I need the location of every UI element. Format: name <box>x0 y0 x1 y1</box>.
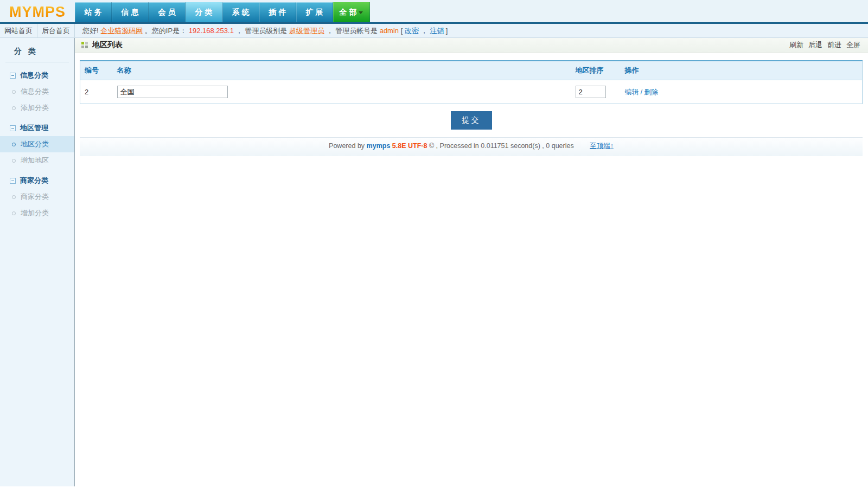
forward-button[interactable]: 前进 <box>827 40 841 50</box>
table-row: 2 编辑/删除 <box>80 80 863 104</box>
product-name-link[interactable]: mymps <box>367 142 391 150</box>
sidebar-group-label: 商家分类 <box>20 176 48 185</box>
comma-separator: ， <box>421 27 430 35</box>
nav-tab-info[interactable]: 信 息 <box>112 2 149 22</box>
main-content: 地区列表 刷新 后退 前进 全屏 编号 名称 地区排序 操作 <box>75 38 868 486</box>
sidebar-item-add-category[interactable]: 添加分类 <box>0 100 74 116</box>
nav-tab-all[interactable]: 全 部 <box>333 2 370 22</box>
sidebar-group-region-manage[interactable]: 地区管理 <box>0 116 74 136</box>
refresh-button[interactable]: 刷新 <box>789 40 803 50</box>
col-header-sort: 地区排序 <box>571 61 621 80</box>
submit-button[interactable]: 提交 <box>451 111 492 130</box>
info-bar: 网站首页 后台首页 您好! 企业猫源码网 。您的IP是： 192.168.253… <box>0 24 868 38</box>
col-header-name: 名称 <box>113 61 571 80</box>
sidebar-item-label: 商家分类 <box>21 192 49 202</box>
col-header-id: 编号 <box>80 61 113 80</box>
collapse-minus-icon <box>10 125 16 131</box>
bullet-circle-icon <box>12 143 16 146</box>
mymps-logo: MYMPS <box>0 0 75 24</box>
chevron-down-icon <box>359 11 363 14</box>
top-bar: MYMPS 站 务 信 息 会 员 分 类 系 统 插 件 扩 展 全 部 <box>0 0 868 24</box>
bracket-open: [ <box>401 27 403 35</box>
col-header-actions: 操作 <box>621 61 863 80</box>
sidebar-group-label: 信息分类 <box>20 70 48 80</box>
content-body: 编号 名称 地区排序 操作 2 <box>75 53 868 156</box>
change-password-link[interactable]: 改密 <box>405 27 419 35</box>
sidebar-item-label: 增加分类 <box>21 208 49 218</box>
logout-link[interactable]: 注销 <box>430 27 444 35</box>
greeting-prefix: 您好! <box>82 27 100 35</box>
sidebar-group-label: 地区管理 <box>20 123 48 133</box>
sidebar-item-label: 信息分类 <box>21 87 49 97</box>
nav-tab-category[interactable]: 分 类 <box>186 2 222 22</box>
role-value: 超级管理员 <box>289 27 324 35</box>
sidebar-divider <box>5 62 69 62</box>
bullet-circle-icon <box>12 195 16 199</box>
grid-squares-icon <box>81 42 88 48</box>
sidebar-item-region-category[interactable]: 地区分类 <box>0 136 74 152</box>
page-layout: 分 类 信息分类 信息分类 添加分类 地区管理 地区分类 增加地区 商家 <box>0 38 868 486</box>
collapse-minus-icon <box>10 178 16 184</box>
action-separator: / <box>641 88 643 96</box>
admin-home-link[interactable]: 后台首页 <box>37 24 75 37</box>
nav-tab-site[interactable]: 站 务 <box>75 2 112 22</box>
sidebar-item-label: 地区分类 <box>21 139 49 149</box>
account-label: ， 管理员帐号是 <box>326 27 378 35</box>
nav-tab-system[interactable]: 系 统 <box>222 2 259 22</box>
sidebar-title: 分 类 <box>0 38 74 62</box>
cell-actions: 编辑/删除 <box>621 80 863 104</box>
region-name-input[interactable] <box>117 86 228 98</box>
content-header: 地区列表 刷新 后退 前进 全屏 <box>75 38 868 53</box>
ip-label: 。您的IP是： <box>145 27 189 35</box>
sidebar-group-merchant-category[interactable]: 商家分类 <box>0 169 74 189</box>
sidebar-item-add-region[interactable]: 增加地区 <box>0 152 74 169</box>
bullet-circle-icon <box>12 211 16 215</box>
nav-tab-member[interactable]: 会 员 <box>149 2 186 22</box>
bullet-circle-icon <box>12 106 16 110</box>
submit-row: 提交 <box>80 111 863 130</box>
collapse-minus-icon <box>10 73 16 79</box>
region-table: 编号 名称 地区排序 操作 2 <box>80 60 863 104</box>
sidebar-group-info-category[interactable]: 信息分类 <box>0 63 74 84</box>
nav-tab-all-label: 全 部 <box>340 8 357 16</box>
site-name-link[interactable]: 企业猫源码网 <box>100 27 143 35</box>
account-value: admin <box>380 27 399 35</box>
edit-link[interactable]: 编辑 <box>625 88 639 96</box>
site-home-link[interactable]: 网站首页 <box>0 24 37 37</box>
nav-tab-plugin[interactable]: 插 件 <box>259 2 296 22</box>
sidebar-item-merchant-category[interactable]: 商家分类 <box>0 189 74 205</box>
bracket-close: ] <box>446 27 448 35</box>
nav-tab-extend[interactable]: 扩 展 <box>296 2 333 22</box>
sidebar-item-label: 增加地区 <box>21 156 49 165</box>
sidebar-item-add-merchant-category[interactable]: 增加分类 <box>0 205 74 221</box>
footer-meta-text: © , Processed in 0.011751 second(s) , 0 … <box>427 142 573 150</box>
table-header-row: 编号 名称 地区排序 操作 <box>80 61 863 80</box>
sidebar: 分 类 信息分类 信息分类 添加分类 地区管理 地区分类 增加地区 商家 <box>0 38 75 486</box>
main-nav: 站 务 信 息 会 员 分 类 系 统 插 件 扩 展 全 部 <box>75 2 370 22</box>
region-sort-input[interactable] <box>576 86 606 98</box>
page-footer: Powered by mymps 5.8E UTF-8 © , Processe… <box>80 137 863 156</box>
cell-name <box>113 80 571 104</box>
cell-id: 2 <box>80 80 113 104</box>
ip-address: 192.168.253.1 <box>189 27 234 35</box>
browser-toolbar: 刷新 后退 前进 全屏 <box>789 40 860 50</box>
powered-by-text: Powered by <box>329 142 366 150</box>
delete-link[interactable]: 删除 <box>644 88 658 96</box>
back-button[interactable]: 后退 <box>808 40 822 50</box>
page-title: 地区列表 <box>92 40 123 50</box>
cell-sort <box>571 80 621 104</box>
version-text: 5.8E UTF-8 <box>392 142 427 150</box>
sidebar-item-label: 添加分类 <box>21 103 49 113</box>
fullscreen-button[interactable]: 全屏 <box>846 40 860 50</box>
bullet-circle-icon <box>12 90 16 94</box>
welcome-message: 您好! 企业猫源码网 。您的IP是： 192.168.253.1 ， 管理员级别… <box>82 24 448 37</box>
bullet-circle-icon <box>12 159 16 163</box>
sidebar-item-info-category[interactable]: 信息分类 <box>0 84 74 100</box>
back-to-top-link[interactable]: 至顶端↑ <box>590 142 614 150</box>
role-label: ， 管理员级别是 <box>236 27 288 35</box>
